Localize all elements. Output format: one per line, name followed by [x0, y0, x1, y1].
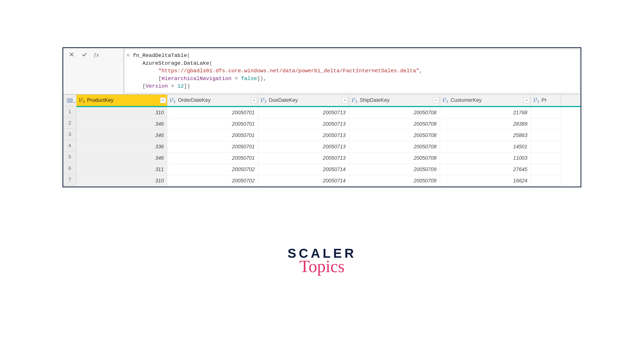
- cell[interactable]: 20050708: [349, 118, 440, 130]
- cell[interactable]: 11003: [440, 153, 531, 164]
- table-row[interactable]: 31020050701200507132005070821768: [76, 107, 580, 118]
- row-number[interactable]: 4: [63, 140, 76, 151]
- fx-icon: ƒx: [94, 51, 99, 58]
- column-filter-button[interactable]: [342, 97, 348, 103]
- row-number[interactable]: 5: [63, 151, 76, 163]
- cell[interactable]: 310: [76, 175, 168, 187]
- column-filter-button[interactable]: [433, 97, 438, 103]
- column-filter-button[interactable]: [251, 97, 257, 103]
- cell[interactable]: 20050713: [258, 130, 349, 141]
- row-number[interactable]: 3: [63, 129, 76, 140]
- formula-eq2: =: [168, 83, 177, 89]
- cell[interactable]: 20050714: [258, 175, 349, 187]
- formula-paren1: (: [187, 53, 190, 58]
- table-corner-button[interactable]: [63, 95, 76, 106]
- cell[interactable]: 346: [76, 153, 168, 164]
- column-header-productkey[interactable]: 123ProductKey: [76, 95, 168, 106]
- table-row[interactable]: 34620050701200507132005070811003: [76, 153, 580, 164]
- cell[interactable]: 20050708: [349, 130, 440, 141]
- cell[interactable]: 346: [76, 130, 168, 141]
- column-header-duedatekey[interactable]: 123DueDateKey: [258, 95, 349, 106]
- cell[interactable]: 20050708: [349, 153, 440, 164]
- cell[interactable]: 20050701: [168, 130, 258, 141]
- cancel-button[interactable]: [68, 51, 75, 58]
- cell[interactable]: [531, 141, 561, 153]
- cell[interactable]: 20050713: [258, 141, 349, 153]
- column-headers: 123ProductKey123OrderDateKey123DueDateKe…: [76, 95, 580, 107]
- cell[interactable]: 346: [76, 118, 168, 130]
- row-number[interactable]: 1: [63, 106, 76, 117]
- formula-paren2: (: [209, 60, 212, 66]
- column-label: CustomerKey: [451, 97, 482, 103]
- cell[interactable]: 20050709: [349, 175, 440, 187]
- column-filter-button[interactable]: [160, 97, 166, 103]
- column-label: ShipDateKey: [360, 97, 390, 103]
- column-label: ProductKey: [87, 97, 114, 103]
- formula-opt-val2: 12: [178, 83, 184, 89]
- table-row[interactable]: 34620050701200507132005070828389: [76, 118, 580, 130]
- formula-bar-actions: ƒx: [63, 48, 124, 94]
- cell[interactable]: [531, 153, 561, 164]
- formula-bar-row: ƒx = fn_ReadDeltaTable( AzureStorage.Dat…: [63, 48, 580, 94]
- column-label: DueDateKey: [269, 97, 298, 103]
- table-row[interactable]: 33620050701200507132005070814501: [76, 141, 580, 153]
- cell[interactable]: 20050702: [168, 164, 258, 175]
- column-header-shipdatekey[interactable]: 123ShipDateKey: [349, 95, 440, 106]
- cell[interactable]: 311: [76, 164, 168, 175]
- formula-indent2: [126, 68, 158, 74]
- cell[interactable]: [531, 107, 561, 118]
- formula-input[interactable]: = fn_ReadDeltaTable( AzureStorage.DataLa…: [124, 49, 580, 93]
- column-header-customerkey[interactable]: 123CustomerKey: [440, 95, 531, 106]
- cell[interactable]: 25863: [440, 130, 531, 141]
- formula-url: "https://gbadls01.dfs.core.windows.net/d…: [158, 68, 419, 74]
- cell[interactable]: 20050713: [258, 118, 349, 130]
- table-row[interactable]: 34620050701200507132005070825863: [76, 130, 580, 141]
- column-header-pr[interactable]: 123Pr: [531, 95, 561, 106]
- formula-fn1: fn_ReadDeltaTable: [133, 53, 187, 58]
- cell[interactable]: [531, 164, 561, 175]
- column-header-orderdatekey[interactable]: 123OrderDateKey: [168, 95, 258, 106]
- cell[interactable]: 28389: [440, 118, 531, 130]
- number-type-icon: 123: [351, 97, 357, 104]
- table-row[interactable]: 31120050702200507142005070927645: [76, 164, 580, 175]
- cell[interactable]: 20050701: [168, 118, 258, 130]
- cell[interactable]: 336: [76, 141, 168, 153]
- confirm-button[interactable]: [81, 51, 88, 58]
- cell[interactable]: [531, 130, 561, 141]
- grid-body: 3102005070120050713200507082176834620050…: [76, 107, 580, 187]
- formula-bracket-open2: [: [142, 83, 146, 89]
- cell[interactable]: 27645: [440, 164, 531, 175]
- cell[interactable]: [531, 175, 561, 187]
- cell[interactable]: 16624: [440, 175, 531, 187]
- cell[interactable]: 14501: [440, 141, 531, 153]
- column-label: OrderDateKey: [178, 97, 211, 103]
- formula-opt-key1: HierarchicalNavigation: [162, 76, 232, 81]
- cell[interactable]: 20050709: [349, 164, 440, 175]
- row-number[interactable]: 2: [63, 117, 76, 129]
- number-type-icon: 123: [533, 97, 539, 104]
- cell[interactable]: 310: [76, 107, 168, 118]
- cell[interactable]: 20050702: [168, 175, 258, 187]
- formula-bracket-open1: [: [158, 76, 162, 81]
- svg-rect-0: [68, 99, 72, 102]
- cell[interactable]: 20050714: [258, 164, 349, 175]
- column-filter-button[interactable]: [524, 97, 530, 103]
- formula-bracket-close2: ]): [184, 83, 190, 89]
- row-number[interactable]: 6: [63, 163, 76, 174]
- cell[interactable]: 20050708: [349, 107, 440, 118]
- row-number[interactable]: 7: [63, 174, 76, 185]
- cell[interactable]: 20050701: [168, 107, 258, 118]
- table-row[interactable]: 31020050702200507142005070916624: [76, 175, 580, 187]
- cell[interactable]: 21768: [440, 107, 531, 118]
- number-type-icon: 123: [442, 97, 448, 104]
- cell[interactable]: 20050713: [258, 107, 349, 118]
- cell[interactable]: 20050708: [349, 141, 440, 153]
- cell[interactable]: 20050713: [258, 153, 349, 164]
- formula-indent3: [126, 76, 158, 81]
- cell[interactable]: [531, 118, 561, 130]
- number-type-icon: 123: [169, 97, 175, 104]
- cell[interactable]: 20050701: [168, 153, 258, 164]
- number-type-icon: 123: [78, 97, 84, 104]
- cell[interactable]: 20050701: [168, 141, 258, 153]
- chevron-down-icon: [73, 99, 75, 105]
